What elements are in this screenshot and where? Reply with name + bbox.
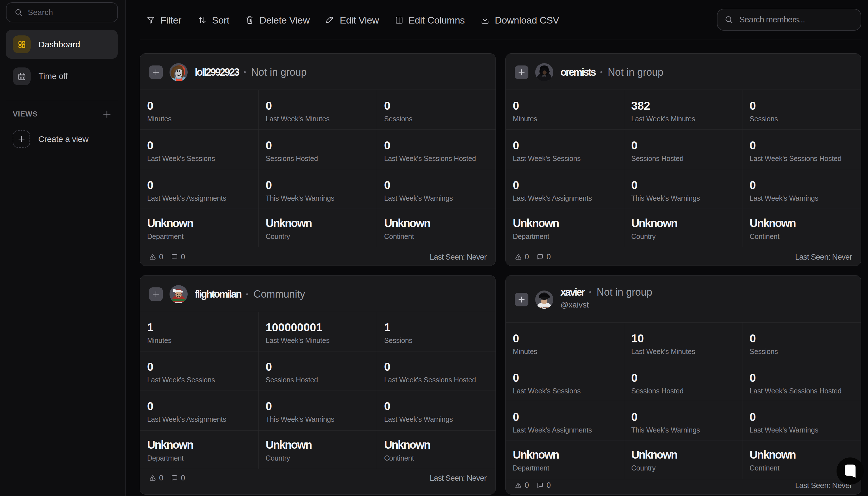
svg-text:NOT STYLIST: NOT STYLIST [538,306,550,308]
